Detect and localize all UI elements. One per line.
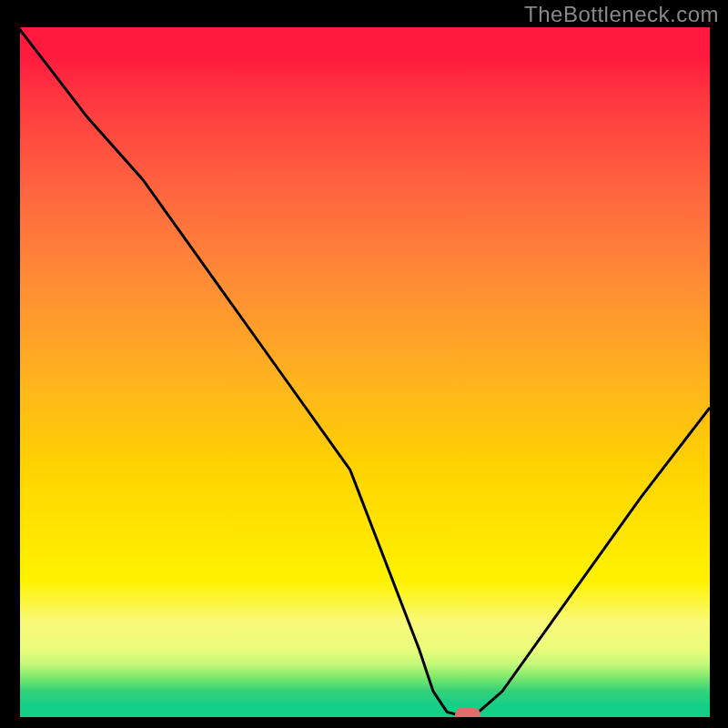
x-axis	[16, 717, 712, 721]
chart-curve-svg	[18, 27, 710, 719]
chart-stage: TheBottleneck.com	[0, 0, 728, 728]
watermark-text: TheBottleneck.com	[524, 2, 719, 27]
y-axis	[16, 27, 20, 726]
bottleneck-curve	[18, 27, 710, 715]
